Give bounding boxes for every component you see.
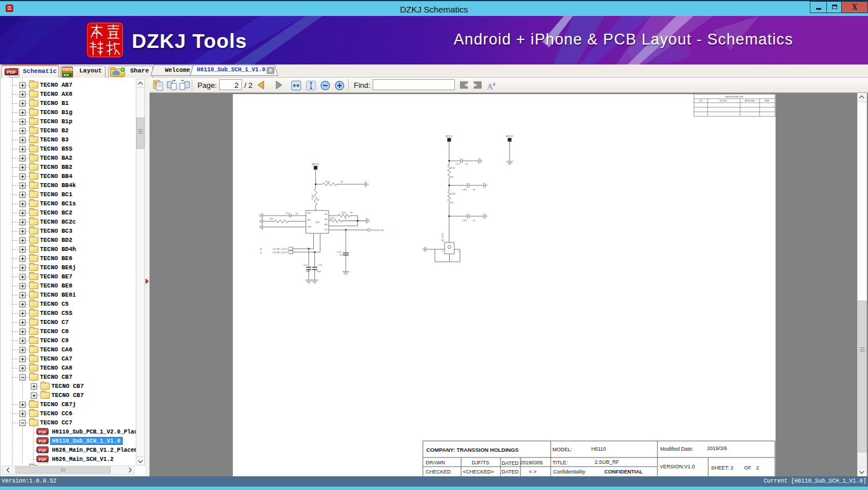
svg-text:NC: NC — [345, 217, 348, 220]
svg-text:2.SUB_RF: 2.SUB_RF — [595, 459, 620, 465]
svg-text:ANT_DET201: ANT_DET201 — [442, 232, 444, 242]
svg-text:C210: C210 — [455, 163, 460, 165]
svg-text:Modified Date:: Modified Date: — [660, 446, 693, 452]
svg-text:R214: R214 — [341, 212, 346, 214]
svg-text:GND: GND — [442, 249, 443, 253]
svg-text:R230: R230 — [312, 195, 314, 200]
svg-text:0R: 0R — [317, 199, 320, 201]
svg-text:C208: C208 — [462, 220, 467, 222]
svg-text:LTE_BPI_OUT2[: LTE_BPI_OUT2[ — [273, 252, 287, 254]
svg-text:R211: R211 — [269, 218, 274, 220]
svg-text:GND: GND — [324, 224, 328, 226]
svg-text:RF2: RF2 — [325, 218, 328, 221]
svg-text:DATED: DATED — [502, 469, 519, 475]
svg-text:CONFIDENTIAL: CONFIDENTIAL — [604, 469, 643, 475]
svg-text:GND: GND — [308, 226, 311, 228]
svg-text:C209: C209 — [462, 189, 467, 191]
svg-text:XTCX020_PIN: XTCX020_PIN — [371, 229, 384, 232]
svg-text:0R: 0R — [451, 202, 454, 204]
svg-text:R231: R231 — [451, 167, 456, 169]
svg-text:NC: NC — [341, 181, 344, 183]
svg-text:OF: OF — [744, 465, 752, 471]
svg-text:ANT203: ANT203 — [506, 135, 514, 137]
svg-text:< >: < > — [529, 469, 536, 475]
svg-text:VDD: VDD — [324, 229, 328, 231]
svg-text:VERSION:V1.0: VERSION:V1.0 — [660, 464, 695, 469]
svg-text:C214: C214 — [318, 264, 322, 266]
svg-text:RF1: RF1 — [325, 213, 328, 216]
svg-text:DRAWN: DRAWN — [426, 460, 445, 465]
svg-text:SHEET: 2: SHEET: 2 — [711, 465, 733, 471]
svg-text:0R: 0R — [451, 176, 454, 179]
svg-text:[4]: [4] — [260, 248, 262, 250]
svg-text:R230: R230 — [451, 193, 456, 195]
svg-text:NC: NC — [350, 212, 353, 214]
svg-text:20190305: 20190305 — [520, 460, 543, 465]
svg-text:[1]: [1] — [260, 252, 262, 254]
svg-text:DATED: DATED — [502, 460, 519, 466]
svg-text:REVISION RECORD: REVISION RECORD — [725, 96, 744, 98]
svg-text:R213: R213 — [325, 181, 330, 183]
svg-text:DATE: DATE — [765, 100, 769, 102]
svg-text:GND: GND — [451, 257, 453, 261]
svg-text:33pF: 33pF — [306, 270, 310, 273]
svg-text:<CHECKED>: <CHECKED> — [463, 469, 494, 475]
svg-text:ANT201: ANT201 — [312, 163, 320, 165]
svg-text:2: 2 — [756, 465, 759, 471]
svg-text:C211: C211 — [285, 212, 290, 214]
svg-text:C213: C213 — [337, 251, 341, 253]
svg-text:DJF/TS: DJF/TS — [472, 460, 490, 465]
svg-text:RF4: RF4 — [308, 219, 311, 221]
svg-text:GND: GND — [458, 249, 459, 253]
svg-text:LTE_BPI_OUT1[: LTE_BPI_OUT1[ — [273, 248, 287, 250]
svg-text:NC: NC — [473, 189, 476, 191]
svg-text:NC: NC — [466, 163, 469, 165]
svg-text:a: a — [492, 80, 495, 87]
svg-text:MODEL:: MODEL: — [552, 447, 572, 452]
svg-text:2019/3/6: 2019/3/6 — [707, 446, 727, 451]
svg-text:APPROVED: APPROVED — [745, 100, 755, 102]
svg-text:33pF: 33pF — [317, 270, 321, 273]
svg-text:CHECKED: CHECKED — [426, 469, 451, 475]
svg-text:NC: NC — [473, 220, 476, 222]
svg-text:R215: R215 — [330, 217, 334, 220]
svg-text:TITLE:: TITLE: — [552, 460, 568, 465]
svg-text:C212: C212 — [303, 264, 308, 266]
svg-text:H6110: H6110 — [591, 446, 606, 452]
svg-text:RF3: RF3 — [308, 212, 311, 214]
svg-text:Confidentiality: Confidentiality — [553, 469, 586, 475]
svg-text:U202: U202 — [315, 221, 320, 224]
svg-text:ANT202: ANT202 — [446, 135, 453, 137]
svg-text:1uF: 1uF — [340, 254, 343, 256]
svg-text:LTR: LTR — [699, 100, 703, 102]
svg-text:NC: NC — [296, 213, 298, 215]
svg-text:COMPANY: TRANSSION HOLDINGS: COMPANY: TRANSSION HOLDINGS — [426, 447, 519, 453]
svg-text:ECO NO.: ECO NO. — [720, 100, 728, 102]
